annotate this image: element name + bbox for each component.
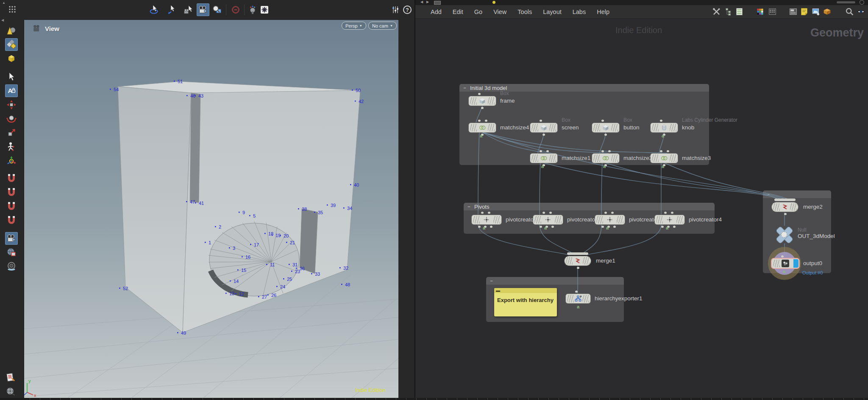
menu-add[interactable]: Add: [415, 8, 447, 15]
select-cursor-icon[interactable]: [166, 3, 178, 16]
node-label[interactable]: button: [623, 124, 640, 131]
node-label[interactable]: output0: [803, 260, 822, 266]
listview-icon[interactable]: [734, 6, 745, 17]
menu-layout[interactable]: Layout: [537, 8, 567, 15]
visibility-eye-icon[interactable]: [855, 6, 866, 17]
path-scrollbar[interactable]: [837, 1, 855, 3]
node-output0[interactable]: output0 Output #0 a: [772, 259, 799, 268]
node-label[interactable]: screen: [562, 124, 579, 131]
takes-list-icon[interactable]: [4, 371, 17, 384]
camera-menu-button[interactable]: No cam▼: [368, 22, 397, 30]
node-label[interactable]: knob: [682, 124, 694, 131]
scene-viewport[interactable]: 5451464350424039343835474136333248524929…: [24, 20, 398, 398]
render-view-icon[interactable]: [5, 260, 18, 273]
collapse-icon[interactable]: −: [462, 86, 467, 90]
toolbar-divider: [226, 4, 226, 15]
decorations-icon[interactable]: [246, 3, 259, 16]
select-tool-icon[interactable]: [5, 70, 18, 83]
node-label[interactable]: OUT_3dModel: [798, 233, 835, 239]
node-matchsize3[interactable]: matchsize3 a: [651, 154, 678, 163]
sticky-note-export[interactable]: ▬ Export with hierarchy: [494, 288, 557, 316]
snap-magnet-icon[interactable]: [5, 214, 18, 227]
view-tool-cameras-icon[interactable]: [5, 232, 18, 245]
color-palette-icon[interactable]: [754, 6, 765, 17]
toolbar-drag-handle-icon[interactable]: [6, 3, 19, 16]
node-out-3dmodel[interactable]: Null OUT_3dModel: [774, 226, 794, 243]
node-merge2[interactable]: merge2: [772, 202, 798, 212]
node-pivotcreator3[interactable]: pivotcreator3 a: [595, 215, 625, 224]
nav-back-icon[interactable]: ◀: [420, 0, 423, 4]
treeview-icon[interactable]: [723, 6, 734, 17]
shelf-grid-icon[interactable]: [767, 6, 778, 17]
zoom-region-icon[interactable]: [211, 3, 223, 16]
snapshot-options-icon[interactable]: [258, 3, 271, 16]
projection-menu-button[interactable]: Persp▼: [342, 22, 366, 30]
node-label[interactable]: hierarchyexporter1: [595, 295, 643, 302]
background-image-add-icon[interactable]: [810, 6, 821, 17]
toolbar-scroll-left-icon[interactable]: ◀: [1, 19, 4, 22]
camera-pair-icon[interactable]: [197, 3, 209, 16]
menu-view[interactable]: View: [488, 8, 512, 15]
node-label[interactable]: pivotcreator4: [689, 216, 722, 223]
select-objects-icon[interactable]: [5, 52, 18, 64]
node-matchsize2[interactable]: matchsize2 a: [592, 154, 619, 163]
node-label[interactable]: merge1: [596, 257, 615, 264]
collapse-icon[interactable]: −: [766, 193, 771, 196]
node-pivotcreator1[interactable]: pivotcreator1 a: [472, 215, 501, 224]
translate-view-cursor-icon[interactable]: [182, 3, 195, 16]
select-mode-icon[interactable]: [5, 38, 18, 51]
node-matchsize4[interactable]: matchsize4 a: [469, 123, 496, 132]
node-button[interactable]: Box button: [592, 123, 619, 132]
node-screen[interactable]: Box screen: [530, 123, 557, 132]
svg-text:25: 25: [287, 277, 292, 282]
pose-tool-icon[interactable]: [5, 140, 18, 153]
tools-wrench-icon[interactable]: [711, 6, 722, 17]
node-pivotcreator2[interactable]: pivotcreator2 a: [533, 215, 563, 224]
help-icon[interactable]: [401, 3, 414, 16]
hide-objects-icon[interactable]: [229, 3, 242, 16]
playbar-sliver[interactable]: [0, 398, 868, 400]
node-label[interactable]: frame: [500, 98, 515, 104]
node-label[interactable]: matchsize1: [562, 155, 590, 161]
snap-grid-icon[interactable]: [5, 172, 18, 185]
search-icon[interactable]: [844, 6, 855, 17]
rotate-tool-icon[interactable]: [5, 112, 18, 125]
secure-selection-icon[interactable]: [5, 84, 18, 97]
menu-go[interactable]: Go: [469, 8, 488, 15]
node-pivotcreator4[interactable]: pivotcreator4 a: [655, 215, 684, 224]
node-label[interactable]: merge2: [803, 204, 823, 210]
menu-labs[interactable]: Labs: [567, 8, 591, 15]
collapse-icon[interactable]: −: [467, 205, 471, 209]
collapse-icon[interactable]: −: [489, 279, 494, 283]
show-handles-icon[interactable]: [5, 25, 18, 37]
network-organize-icon[interactable]: [389, 3, 402, 16]
collapse-icon[interactable]: ▬: [496, 289, 500, 292]
toolbar-scroll-up-icon[interactable]: ▲: [2, 1, 6, 5]
node-frame[interactable]: Box frame: [469, 96, 496, 106]
scale-tool-icon[interactable]: [5, 126, 18, 139]
node-label[interactable]: matchsize4: [500, 124, 529, 131]
asset-crate-icon[interactable]: [821, 6, 832, 17]
view-tool-icon[interactable]: [148, 3, 161, 16]
display-flag[interactable]: [793, 259, 798, 268]
translate-tool-icon[interactable]: [5, 98, 18, 111]
path-options-icon[interactable]: [860, 0, 864, 5]
flipbook-icon[interactable]: [4, 385, 17, 398]
desktop-layout-icon[interactable]: [787, 6, 798, 17]
node-knob[interactable]: Labs Cylinder Generator knob a: [651, 123, 678, 132]
node-merge1[interactable]: merge1: [565, 256, 591, 266]
node-hierarchyexporter1[interactable]: hierarchyexporter1 a: [566, 294, 590, 303]
snap-point-icon[interactable]: [5, 200, 18, 213]
path-node-icon[interactable]: [434, 1, 441, 5]
sticky-note-new-icon[interactable]: [798, 6, 810, 17]
nav-forward-icon[interactable]: ▶: [426, 0, 429, 4]
node-label[interactable]: matchsize2: [623, 155, 652, 161]
node-label[interactable]: matchsize3: [682, 155, 711, 161]
handles-tool-icon[interactable]: [5, 154, 18, 167]
node-matchsize1[interactable]: matchsize1 a: [530, 154, 557, 163]
floating-view-icon[interactable]: [5, 246, 18, 259]
menu-help[interactable]: Help: [591, 8, 615, 15]
menu-tools[interactable]: Tools: [512, 8, 537, 15]
snap-curve-icon[interactable]: [5, 186, 18, 199]
menu-edit[interactable]: Edit: [447, 8, 469, 15]
